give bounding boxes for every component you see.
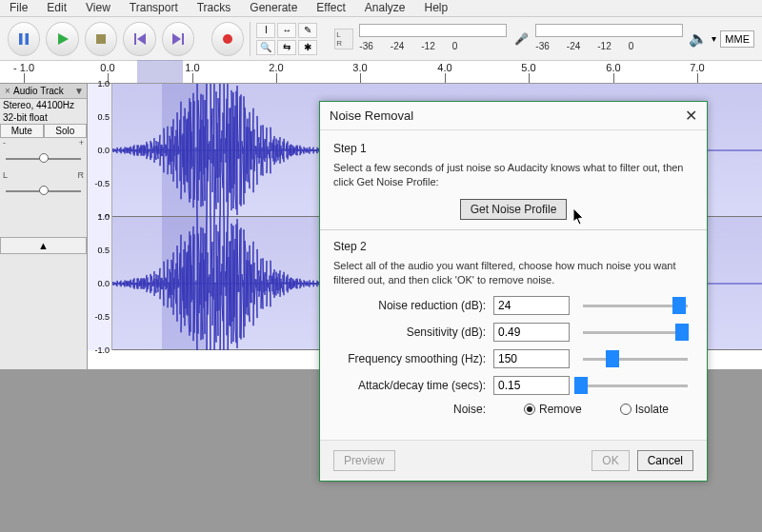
ok-button[interactable]: OK <box>592 450 629 471</box>
timeshift-tool-icon[interactable]: ⇆ <box>277 40 296 55</box>
radio-remove[interactable]: Remove <box>524 403 582 416</box>
noise-reduction-slider[interactable] <box>577 297 693 314</box>
svg-rect-3 <box>96 34 106 44</box>
wave-y-label: 0.0 <box>97 279 110 288</box>
wave-y-label: 1.0 <box>97 79 110 89</box>
svg-marker-7 <box>172 33 181 45</box>
track-format-line1: Stereo, 44100Hz <box>0 99 87 111</box>
freq-smoothing-input[interactable] <box>493 349 570 368</box>
ruler-tick-label: 5.0 <box>521 62 535 73</box>
transport-toolbar: I ↔ ✎ 🔍 ⇆ ✱ LR -36 -24 -12 0 🎤 -36 -24 -… <box>0 17 762 61</box>
meter-tick: -12 <box>421 41 434 51</box>
mute-button[interactable]: Mute <box>0 124 44 138</box>
menu-help[interactable]: Help <box>421 0 452 15</box>
sensitivity-label: Sensitivity (dB): <box>333 325 486 339</box>
meter-tick: 0 <box>452 41 458 51</box>
freq-smoothing-slider[interactable] <box>577 350 693 367</box>
attack-decay-label: Attack/decay time (secs): <box>333 379 486 392</box>
envelope-tool-icon[interactable]: ↔ <box>277 23 296 38</box>
ruler-tick-label: 1.0 <box>185 62 199 73</box>
menu-analyze[interactable]: Analyze <box>361 0 410 15</box>
draw-tool-icon[interactable]: ✎ <box>298 23 317 38</box>
step2-heading: Step 2 <box>333 240 693 253</box>
playback-meter: LR -36 -24 -12 0 🎤 -36 -24 -12 0 <box>334 24 683 54</box>
svg-rect-6 <box>182 33 184 45</box>
svg-rect-0 <box>19 33 23 45</box>
meter-tick: -24 <box>567 41 580 51</box>
pan-right-label: R <box>78 170 85 180</box>
wave-y-label: -0.5 <box>94 179 110 188</box>
host-output-select[interactable]: MME <box>720 30 754 48</box>
pan-slider[interactable] <box>6 184 81 199</box>
preview-button[interactable]: Preview <box>333 450 395 471</box>
menu-transport[interactable]: Transport <box>126 0 182 15</box>
svg-point-8 <box>223 34 232 44</box>
stop-button[interactable] <box>85 22 117 56</box>
freq-smoothing-label: Frequency smoothing (Hz): <box>333 352 486 365</box>
skip-end-button[interactable] <box>162 22 194 56</box>
svg-marker-2 <box>58 33 69 45</box>
gain-slider[interactable] <box>6 151 81 167</box>
svg-rect-1 <box>26 33 30 45</box>
solo-button[interactable]: Solo <box>44 124 88 138</box>
wave-y-label: 0.5 <box>97 246 110 255</box>
record-meter-bar[interactable] <box>535 24 683 37</box>
noise-reduction-label: Noise reduction (dB): <box>333 299 486 312</box>
radio-isolate-label: Isolate <box>635 403 669 416</box>
ruler-tick-label: 6.0 <box>606 62 620 73</box>
get-noise-profile-button[interactable]: Get Noise Profile <box>460 199 568 220</box>
zoom-tool-icon[interactable]: 🔍 <box>256 40 275 55</box>
track-name-label[interactable]: Audio Track <box>13 86 73 96</box>
step1-heading: Step 1 <box>333 142 693 155</box>
ruler-tick-label: 2.0 <box>269 62 283 73</box>
menu-edit[interactable]: Edit <box>43 0 70 15</box>
ruler-tick-label: 7.0 <box>690 62 704 73</box>
menu-tracks[interactable]: Tracks <box>193 0 235 15</box>
record-button[interactable] <box>211 22 244 56</box>
menu-bar: File Edit View Transport Tracks Generate… <box>0 0 762 17</box>
pause-button[interactable] <box>8 22 40 56</box>
menu-effect[interactable]: Effect <box>312 0 349 15</box>
wave-y-label: 0.0 <box>97 146 110 155</box>
track-menu-chevron-icon[interactable]: ▼ <box>73 86 85 96</box>
pan-left-label: L <box>3 170 8 180</box>
cancel-button[interactable]: Cancel <box>637 450 693 471</box>
skip-start-button[interactable] <box>123 22 155 56</box>
timeline-ruler[interactable]: - 1.00.01.02.03.04.05.06.07.0 <box>0 61 762 84</box>
dialog-close-icon[interactable]: ✕ <box>685 107 697 125</box>
play-button[interactable] <box>46 22 78 56</box>
sensitivity-input[interactable] <box>493 323 570 342</box>
selection-tool-icon[interactable]: I <box>256 23 275 38</box>
track-control-panel: × Audio Track ▼ Stereo, 44100Hz 32-bit f… <box>0 84 88 369</box>
edit-tools: I ↔ ✎ 🔍 ⇆ ✱ <box>250 22 323 56</box>
step2-text: Select all of the audio you want filtere… <box>333 259 693 287</box>
attack-decay-input[interactable] <box>493 376 570 395</box>
track-collapse-button[interactable]: ▲ <box>0 237 87 254</box>
noise-reduction-input[interactable] <box>493 296 570 315</box>
noise-mode-label: Noise: <box>333 403 486 416</box>
dialog-title: Noise Removal <box>330 108 413 123</box>
meter-tick: -24 <box>391 41 404 51</box>
wave-y-label: 0.5 <box>97 112 110 122</box>
svg-marker-5 <box>137 33 146 45</box>
meter-tick: -36 <box>535 41 549 51</box>
menu-generate[interactable]: Generate <box>246 0 301 15</box>
attack-decay-slider[interactable] <box>577 377 693 394</box>
radio-isolate[interactable]: Isolate <box>620 403 669 416</box>
menu-view[interactable]: View <box>82 0 114 15</box>
sensitivity-slider[interactable] <box>577 324 693 341</box>
track-close-icon[interactable]: × <box>2 86 13 96</box>
meter-channels-label: LR <box>334 29 353 49</box>
speaker-icon[interactable]: 🔈 <box>689 30 708 48</box>
ruler-tick-label: 3.0 <box>352 62 367 73</box>
svg-rect-4 <box>134 33 136 45</box>
noise-removal-dialog: Noise Removal ✕ Step 1 Select a few seco… <box>319 101 708 482</box>
mic-icon[interactable]: 🎤 <box>512 30 530 48</box>
gain-max-label: + <box>79 138 84 148</box>
multi-tool-icon[interactable]: ✱ <box>298 40 317 55</box>
mouse-cursor-icon <box>573 208 587 227</box>
menu-file[interactable]: File <box>6 0 31 15</box>
wave-y-label: -1.0 <box>94 345 110 355</box>
wave-y-label: 1.0 <box>97 212 110 222</box>
playback-meter-bar[interactable] <box>359 24 507 37</box>
